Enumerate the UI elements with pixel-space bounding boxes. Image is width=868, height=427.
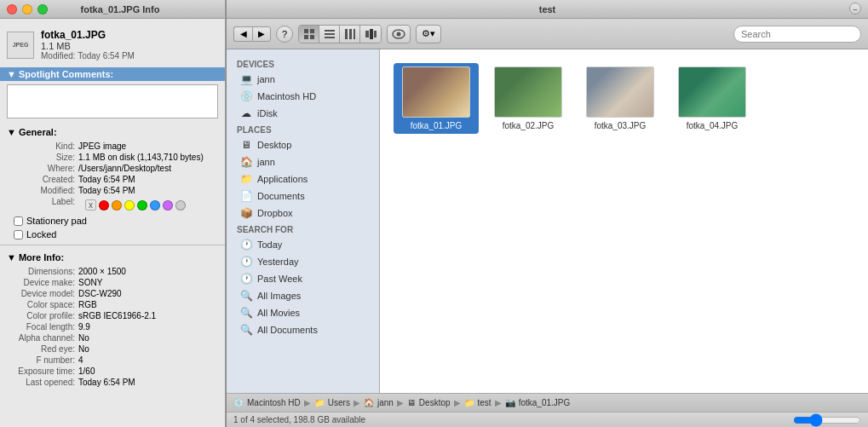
breadcrumb-jann[interactable]: jann [377,398,394,407]
device-make-row: Device make: SONY [0,277,225,288]
stationery-checkbox[interactable] [14,216,23,226]
svg-rect-9 [354,29,355,39]
label-x[interactable]: x [85,199,96,211]
file-item-3[interactable]: fotka_03.JPG [578,63,663,134]
devices-section-label: DEVICES [227,56,379,71]
coverflow-view-btn[interactable] [360,26,381,43]
svg-rect-1 [310,29,314,33]
zoom-slider[interactable] [793,417,861,424]
svg-rect-6 [325,37,335,38]
all-movies-icon: 🔍 [240,307,252,319]
label-yellow[interactable] [124,200,135,211]
general-section-header[interactable]: ▼ General: [0,124,225,141]
sidebar-item-jann-home[interactable]: 🏠 jann [230,153,376,170]
icon-view-btn[interactable] [299,26,319,43]
breadcrumb-desktop[interactable]: Desktop [419,398,451,407]
breadcrumb-disk-icon: 💿 [233,398,244,407]
general-header-label: ▼ General: [7,127,57,137]
focal-value: 9.9 [78,322,218,332]
file-type-icon: JPEG [7,32,34,59]
sidebar-item-applications[interactable]: 📁 Applications [230,170,376,188]
sidebar-item-all-movies[interactable]: 🔍 All Movies [230,304,376,321]
sidebar-item-past-week[interactable]: 🕐 Past Week [230,270,376,287]
action-button[interactable]: ⚙ ▾ [416,25,441,43]
focal-label: Focal length: [7,322,75,332]
more-info-section-header[interactable]: ▼ More Info: [0,249,225,266]
created-row: Created: Today 6:54 PM [0,174,225,185]
svg-rect-5 [325,33,335,35]
sidebar-item-desktop[interactable]: 🖥 Desktop [230,136,376,153]
breadcrumb-desktop-icon: 🖥 [407,398,416,407]
file-item-2[interactable]: fotka_02.JPG [486,63,571,134]
finder-main: fotka_01.JPG fotka_02.JPG fotka_03.JPG f… [380,49,868,393]
locked-checkbox[interactable] [14,230,23,239]
sidebar-item-all-documents[interactable]: 🔍 All Documents [230,321,376,338]
last-opened-row: Last opened: Today 6:54 PM [0,377,225,388]
column-view-btn[interactable] [340,26,360,43]
size-value: 1.1 MB on disk (1,143,710 bytes) [78,153,218,162]
sidebar-item-macintosh-hd[interactable]: 💿 Macintosh HD [230,88,376,105]
desktop-icon: 🖥 [240,139,252,151]
close-button[interactable] [7,4,17,14]
finder-collapse-btn[interactable]: – [849,3,861,14]
file-label-3: fotka_03.JPG [595,121,647,130]
device-model-label: Device model: [7,289,75,298]
label-red[interactable] [99,200,109,211]
breadcrumb-users[interactable]: Users [328,398,350,407]
sidebar-item-dropbox[interactable]: 📦 Dropbox [230,205,376,222]
red-eye-row: Red eye: No [0,343,225,355]
yesterday-icon: 🕐 [240,256,252,268]
list-view-btn[interactable] [319,26,340,43]
dropbox-icon: 📦 [240,207,252,219]
help-button[interactable]: ? [276,26,293,43]
alpha-label: Alpha channel: [7,333,75,343]
sidebar-item-idisk[interactable]: ☁ iDisk [230,105,376,122]
label-blue[interactable] [150,200,160,211]
sidebar-item-jann-device[interactable]: 💻 jann [230,71,376,88]
file-thumb-3 [586,66,654,118]
file-label-4: fotka_04.JPG [687,121,739,130]
sidebar-all-documents-label: All Documents [257,325,318,335]
all-images-icon: 🔍 [240,290,252,302]
spotlight-textarea[interactable] [7,84,218,118]
dimensions-row: Dimensions: 2000 × 1500 [0,266,225,277]
sidebar-item-yesterday[interactable]: 🕐 Yesterday [230,253,376,270]
sidebar-item-documents[interactable]: 📄 Documents [230,188,376,205]
file-item-4[interactable]: fotka_04.JPG [670,63,755,134]
documents-icon: 📄 [240,190,252,202]
kind-value: JPEG image [78,141,218,151]
label-green[interactable] [137,200,147,211]
forward-button[interactable]: ▶ [252,26,271,42]
exposure-label: Exposure time: [7,366,75,376]
sidebar-macintosh-hd-label: Macintosh HD [257,91,316,101]
past-week-icon: 🕐 [240,273,252,285]
label-gray[interactable] [175,200,186,211]
eye-button[interactable] [387,25,411,43]
last-opened-label: Last opened: [7,378,75,387]
file-thumb-4 [678,66,746,118]
sidebar-item-all-images[interactable]: 🔍 All Images [230,287,376,304]
info-panel: fotka_01.JPG Info JPEG fotka_01.JPG 1.1 … [0,0,226,427]
svg-rect-7 [345,29,348,39]
sidebar-item-today[interactable]: 🕐 Today [230,236,376,253]
spotlight-section-header[interactable]: ▼ Spotlight Comments: [0,67,225,81]
label-dots: x [85,199,186,211]
sidebar-jann-home-label: jann [257,157,275,167]
back-button[interactable]: ◀ [233,26,252,42]
finder-toolbar: ◀ ▶ ? ⚙ ▾ [227,19,868,49]
breadcrumb-file[interactable]: fotka_01.JPG [519,398,571,407]
file-item-1[interactable]: fotka_01.JPG [394,63,479,134]
statusbar-text: 1 of 4 selected, 198.8 GB available [233,415,365,424]
view-buttons [298,25,382,43]
file-modified: Modified: Today 6:54 PM [41,51,218,61]
search-input[interactable] [733,26,861,43]
f-number-label: F number: [7,355,75,365]
where-value: /Users/jann/Desktop/test [78,164,218,173]
breadcrumb-macintosh-hd[interactable]: Macintosh HD [247,398,301,407]
svg-rect-2 [304,35,308,39]
file-thumb-2 [494,66,562,118]
breadcrumb-test[interactable]: test [478,398,491,407]
cloud-icon: ☁ [240,107,252,119]
label-orange[interactable] [112,200,122,211]
label-purple[interactable] [163,200,173,211]
